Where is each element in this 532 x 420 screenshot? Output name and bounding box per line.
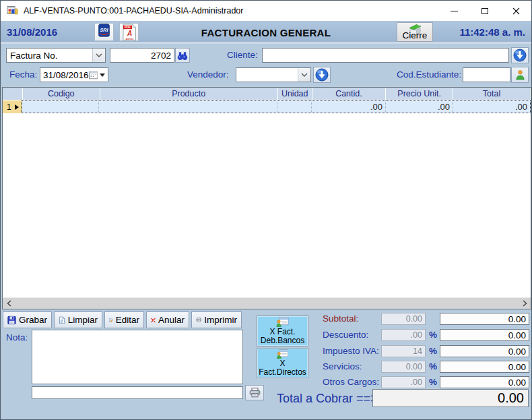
close-button[interactable] xyxy=(500,1,531,21)
footer-text-input[interactable] xyxy=(32,386,243,399)
printer-icon xyxy=(249,388,261,398)
row-selector[interactable]: 1 xyxy=(3,100,22,113)
vendedor-label: Vendedor: xyxy=(187,69,229,80)
anular-label: Anular xyxy=(158,315,185,325)
grid-header-row: Codigo Producto Unidad Cantid. Precio Un… xyxy=(3,88,531,100)
grabar-label: Grabar xyxy=(19,315,47,325)
search-invoice-button[interactable] xyxy=(175,48,190,63)
fecha-value: 31/08/2016 xyxy=(40,70,89,80)
row-number: 1 xyxy=(7,102,11,112)
otros-cargos-pct-field[interactable]: .00 xyxy=(381,376,426,388)
impuesto-iva-pct-sign: % xyxy=(429,346,437,356)
doc-type-selected: Factura No. xyxy=(7,51,92,61)
header-time: 11:42:48 a. m. xyxy=(459,26,525,38)
cell-cantid[interactable]: .00 xyxy=(312,100,386,113)
scroll-left-button[interactable] xyxy=(3,298,15,309)
window-title: ALF-VENTAS-PUNTO:001-PACHAEDU-SIA-Admini… xyxy=(24,6,243,16)
doc-type-dropdown-button[interactable] xyxy=(92,49,105,62)
chevron-left-icon xyxy=(7,300,11,307)
cliente-label: Cliente: xyxy=(227,50,258,60)
document-icon xyxy=(59,315,65,326)
cell-unidad[interactable] xyxy=(277,100,312,113)
descuento-value-field: 0.00 xyxy=(440,329,529,341)
column-header-producto[interactable]: Producto xyxy=(100,88,278,100)
doc-type-combobox[interactable]: Factura No. xyxy=(6,48,106,63)
vendedor-lookup-button[interactable] xyxy=(313,67,331,83)
invoice-number-input[interactable] xyxy=(110,48,174,63)
fecha-datepicker[interactable]: 31/08/2016 xyxy=(40,67,108,82)
cell-precio-unit[interactable]: .00 xyxy=(386,100,453,113)
grid-row-1[interactable]: 1 .00 .00 .00 xyxy=(3,100,531,113)
nota-label: Nota: xyxy=(6,332,28,342)
totals-row-impuesto-iva: Impuesto IVA: 14 % 0.00 xyxy=(270,345,532,357)
cod-estudiante-label: Cod.Estudiante: xyxy=(397,69,461,80)
impuesto-iva-pct-field[interactable]: 14 xyxy=(381,345,426,357)
chevron-down-icon xyxy=(96,53,102,57)
editar-label: Editar xyxy=(116,315,139,325)
vendedor-combobox[interactable] xyxy=(236,67,311,82)
chevron-right-icon xyxy=(523,300,527,307)
footer-print-button[interactable] xyxy=(245,385,264,400)
items-grid: Codigo Producto Unidad Cantid. Precio Un… xyxy=(2,87,531,309)
datepicker-dropdown-icon[interactable] xyxy=(100,73,105,77)
column-header-unidad[interactable]: Unidad xyxy=(278,88,312,100)
down-arrow-circle-icon xyxy=(513,49,527,62)
maximize-button[interactable] xyxy=(469,1,500,21)
column-header-total[interactable]: Total xyxy=(453,88,531,100)
limpiar-button[interactable]: Limpiar xyxy=(54,311,102,328)
binoculars-icon xyxy=(177,51,188,61)
scroll-right-button[interactable] xyxy=(519,298,531,309)
subtotal-label: Subtotal: xyxy=(323,313,358,324)
app-window: ALF-VENTAS-PUNTO:001-PACHAEDU-SIA-Admini… xyxy=(0,0,532,420)
imprimir-button[interactable]: Imprimir xyxy=(191,311,242,328)
cliente-lookup-button[interactable] xyxy=(511,47,529,63)
close-icon xyxy=(512,7,520,15)
anular-button[interactable]: Anular xyxy=(146,311,189,328)
student-lookup-button[interactable] xyxy=(511,67,529,83)
minimize-icon xyxy=(451,11,458,11)
totals-row-descuento: Descuento: .00 % 0.00 xyxy=(270,329,532,341)
totals-row-otros-cargos: Otros Cargos: .00 % 0.00 xyxy=(270,376,532,388)
totals-row-servicios: Servicios: 0.00 % 0.00 xyxy=(270,361,532,373)
grid-empty-area xyxy=(3,113,531,297)
titlebar: ALF-VENTAS-PUNTO:001-PACHAEDU-SIA-Admini… xyxy=(1,1,531,21)
servicios-label: Servicios: xyxy=(323,361,362,371)
editar-button[interactable]: Editar xyxy=(104,311,144,328)
nota-textarea[interactable] xyxy=(32,330,243,384)
header-band: 31/08/2016 SRI ····· PDF A Adobe FACTURA… xyxy=(1,21,531,44)
save-floppy-icon xyxy=(7,315,16,326)
minimize-button[interactable] xyxy=(438,1,469,21)
down-arrow-circle-icon xyxy=(315,68,329,82)
otros-cargos-value-field: 0.00 xyxy=(440,376,529,388)
otros-cargos-label: Otros Cargos: xyxy=(323,377,379,387)
column-header-codigo[interactable]: Codigo xyxy=(23,88,100,100)
cell-producto[interactable] xyxy=(99,100,277,113)
column-header-cantid[interactable]: Cantid. xyxy=(312,88,387,100)
printer-icon xyxy=(196,315,201,325)
cliente-input[interactable] xyxy=(262,48,509,63)
cod-estudiante-input[interactable] xyxy=(463,67,510,82)
total-a-cobrar-label: Total a Cobrar ==> xyxy=(277,392,378,406)
maximize-icon xyxy=(481,8,488,14)
grid-corner-cell xyxy=(3,88,23,100)
descuento-pct-sign: % xyxy=(429,330,437,340)
subtotal-value-field: 0.00 xyxy=(440,313,529,325)
grabar-button[interactable]: Grabar xyxy=(3,311,52,328)
cell-total[interactable]: .00 xyxy=(453,100,531,113)
calendar-icon xyxy=(89,71,98,80)
cell-codigo[interactable] xyxy=(22,100,99,113)
servicios-pct-field[interactable]: 0.00 xyxy=(381,361,426,373)
column-header-precio-unit[interactable]: Precio Unit. xyxy=(386,88,453,100)
impuesto-iva-label: Impuesto IVA: xyxy=(323,346,379,356)
vendedor-dropdown-button[interactable] xyxy=(298,68,310,82)
edit-pencil-icon xyxy=(109,315,113,326)
cierre-button[interactable]: Cierre xyxy=(397,22,433,42)
page-title: FACTURACION GENERAL xyxy=(1,27,531,38)
horizontal-scrollbar[interactable] xyxy=(3,297,531,309)
red-x-icon xyxy=(151,316,156,325)
fecha-label: Fecha: xyxy=(9,69,37,80)
descuento-pct-field[interactable]: .00 xyxy=(381,329,426,341)
winforms-app-icon xyxy=(7,5,18,17)
otros-cargos-pct-sign: % xyxy=(429,377,437,387)
descuento-label: Descuento: xyxy=(323,330,368,340)
